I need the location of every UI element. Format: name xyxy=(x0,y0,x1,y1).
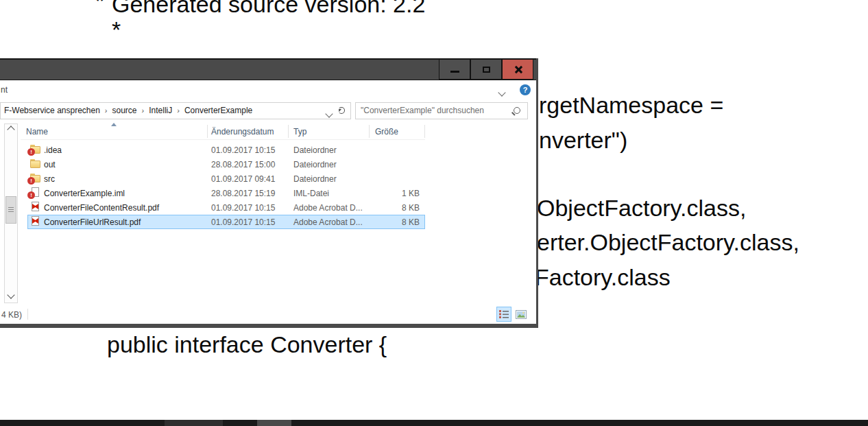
folder-icon xyxy=(30,158,41,169)
file-date: 28.08.2017 15:00 xyxy=(211,160,275,169)
thumbnail-view-button[interactable] xyxy=(514,307,529,322)
breadcrumb-separator-icon: › xyxy=(177,106,180,115)
file-date: 01.09.2017 10:15 xyxy=(211,145,275,155)
breadcrumb-item[interactable]: IntelliJ xyxy=(149,106,172,115)
window-bottom-border xyxy=(0,324,536,328)
chevron-up-icon xyxy=(7,126,14,133)
ribbon-bar: nt ? xyxy=(0,80,536,99)
file-name: src xyxy=(44,174,55,184)
breadcrumb-item[interactable]: F-Webservice ansprechen xyxy=(4,106,100,115)
file-date: 01.09.2017 09:41 xyxy=(211,174,275,184)
ribbon-collapse-button[interactable] xyxy=(499,86,505,98)
scrollbar-down-button[interactable] xyxy=(5,292,17,303)
pdf-logo-icon xyxy=(32,204,38,209)
alert-badge-icon: ! xyxy=(27,148,35,156)
minimize-icon xyxy=(450,71,459,73)
maximize-icon xyxy=(483,67,490,73)
column-divider[interactable] xyxy=(288,125,289,138)
file-type: Dateiordner xyxy=(293,174,337,184)
column-header-name[interactable]: Name xyxy=(26,127,48,137)
status-selection-fragment: 4 KB) xyxy=(1,310,22,320)
explorer-window: nt ? F-Webservice ansprechen›source›Inte… xyxy=(0,58,538,328)
file-row[interactable]: out28.08.2017 15:00Dateiordner xyxy=(27,157,425,171)
refresh-icon[interactable] xyxy=(338,107,345,114)
file-name: ConverterExample.iml xyxy=(44,189,125,198)
file-row[interactable]: !.idea01.09.2017 10:15Dateiordner xyxy=(27,143,425,157)
folder-alert-icon: ! xyxy=(30,144,41,155)
file-row[interactable]: !ConverterExample.iml28.08.2017 15:19IML… xyxy=(27,186,425,200)
chevron-down-icon xyxy=(498,88,505,96)
file-row[interactable]: !src01.09.2017 09:41Dateiordner xyxy=(27,171,425,186)
alert-badge-icon: ! xyxy=(27,177,35,185)
file-browser-body: Name Änderungsdatum Typ Größe !.idea01.0… xyxy=(0,121,536,305)
header-underline xyxy=(21,139,425,140)
folder-alert-icon: ! xyxy=(30,173,41,184)
file-date: 01.09.2017 10:15 xyxy=(211,203,275,213)
details-view-button[interactable] xyxy=(496,307,511,322)
help-icon: ? xyxy=(523,86,528,94)
chevron-down-icon xyxy=(325,110,333,117)
navigation-pane-scrollbar[interactable] xyxy=(4,123,18,303)
code-frag-converter-close: nverter") xyxy=(539,127,627,153)
file-size: 8 KB xyxy=(402,217,420,227)
file-type: Adobe Acrobat D... xyxy=(293,203,363,213)
close-button[interactable] xyxy=(502,60,533,80)
screenshot-root: * Generated source version: 2.2 * rgetNa… xyxy=(0,0,868,426)
chevron-down-icon xyxy=(7,291,14,298)
file-type: Dateiordner xyxy=(293,160,337,169)
minimize-button[interactable] xyxy=(439,60,470,80)
file-list: !.idea01.09.2017 10:15Dateiordnerout28.0… xyxy=(27,143,425,229)
breadcrumb: F-Webservice ansprechen›source›IntelliJ›… xyxy=(4,106,252,115)
sort-ascending-icon xyxy=(111,123,117,126)
file-name: ConverterFileUrlResult.pdf xyxy=(44,217,141,227)
code-comment-star: * xyxy=(112,16,121,43)
pdf-logo-icon xyxy=(32,218,38,224)
code-comment-line: Generated source version: 2.2 xyxy=(112,0,425,17)
maximize-button[interactable] xyxy=(470,60,502,80)
breadcrumb-item[interactable]: source xyxy=(112,106,137,115)
alert-badge-icon: ! xyxy=(27,191,35,199)
file-name: out xyxy=(44,160,56,169)
breadcrumb-item[interactable]: ConverterExample xyxy=(184,106,252,115)
window-titlebar[interactable] xyxy=(0,58,536,80)
taskbar-button-edge[interactable] xyxy=(165,420,223,426)
details-view-icon xyxy=(499,310,509,318)
column-header-row: Name Änderungsdatum Typ Größe xyxy=(21,123,425,140)
file-size: 8 KB xyxy=(402,203,420,213)
file-size: 1 KB xyxy=(402,189,420,198)
column-divider[interactable] xyxy=(369,125,370,138)
ribbon-tab-ansicht-fragment[interactable]: nt xyxy=(1,85,8,95)
address-bar: F-Webservice ansprechen›source›IntelliJ›… xyxy=(0,99,536,121)
pdf-icon xyxy=(30,216,41,227)
taskbar-button-edge-highlight[interactable] xyxy=(257,420,291,426)
code-frag-factory-3: Factory.class xyxy=(535,264,671,290)
column-header-date[interactable]: Änderungsdatum xyxy=(211,127,274,137)
column-header-size[interactable]: Größe xyxy=(375,127,398,137)
file-date: 28.08.2017 15:19 xyxy=(211,189,275,198)
code-comment-star-partial: * xyxy=(95,0,104,14)
address-dropdown-button[interactable] xyxy=(326,109,332,119)
file-row[interactable]: ConverterFileUrlResult.pdf01.09.2017 10:… xyxy=(27,215,425,229)
status-separator xyxy=(27,309,28,320)
file-name: .idea xyxy=(44,145,62,155)
taskbar-edge[interactable] xyxy=(0,420,868,426)
help-button[interactable]: ? xyxy=(520,84,531,95)
search-box xyxy=(355,102,528,119)
scrollbar-up-button[interactable] xyxy=(5,124,17,134)
file-alert-icon: ! xyxy=(30,187,41,198)
file-type: Dateiordner xyxy=(293,145,337,155)
scrollbar-thumb[interactable] xyxy=(5,196,16,224)
column-divider[interactable] xyxy=(424,125,425,138)
close-icon xyxy=(514,65,522,74)
file-date: 01.09.2017 10:15 xyxy=(211,217,275,227)
search-input[interactable] xyxy=(356,105,506,116)
column-header-type[interactable]: Typ xyxy=(293,127,306,137)
breadcrumb-separator-icon: › xyxy=(142,106,145,115)
column-divider[interactable] xyxy=(207,125,208,138)
breadcrumb-separator-icon: › xyxy=(105,106,108,115)
file-list-area: Name Änderungsdatum Typ Größe !.idea01.0… xyxy=(21,123,425,229)
file-row[interactable]: ConverterFileContentResult.pdf01.09.2017… xyxy=(27,200,425,215)
address-box[interactable]: F-Webservice ansprechen›source›IntelliJ›… xyxy=(0,102,351,119)
search-icon[interactable] xyxy=(514,107,520,114)
pdf-icon xyxy=(30,202,41,213)
